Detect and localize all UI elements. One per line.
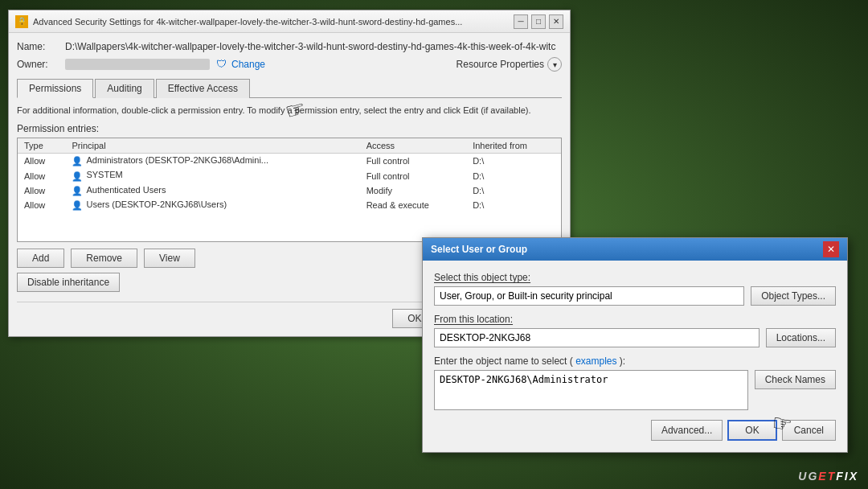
cell-access: Full control <box>360 154 466 169</box>
col-access: Access <box>360 138 466 154</box>
watermark-colored: ET <box>818 470 836 483</box>
table-row[interactable]: Allow👤Authenticated UsersModifyD:\ <box>18 183 561 198</box>
tab-auditing[interactable]: Auditing <box>95 79 154 98</box>
user-icon: 👤 <box>72 155 83 166</box>
name-input-wrapper <box>434 370 748 410</box>
object-type-label: Select this object type: <box>434 272 836 283</box>
select-user-dialog: Select User or Group ✕ Select this objec… <box>422 237 848 453</box>
tab-permissions[interactable]: Permissions <box>17 79 93 98</box>
change-label[interactable]: Change <box>231 59 265 70</box>
view-button[interactable]: View <box>144 249 195 268</box>
user-icon: 👤 <box>72 171 83 182</box>
window-icon: 🔒 <box>15 15 28 28</box>
from-location-label: From this location: <box>434 314 836 325</box>
dialog-titlebar: Select User or Group ✕ <box>423 238 847 261</box>
object-type-input[interactable] <box>434 286 744 306</box>
change-link[interactable]: 🛡 Change <box>216 58 265 71</box>
from-location-input[interactable] <box>434 328 760 347</box>
disable-inheritance-button[interactable]: Disable inheritance <box>17 273 120 292</box>
user-icon: 👤 <box>72 199 83 211</box>
watermark-prefix: UG <box>798 470 818 483</box>
object-type-row: Object Types... <box>434 286 836 306</box>
main-titlebar: 🔒 Advanced Security Settings for 4k-witc… <box>9 10 570 33</box>
col-principal: Principal <box>65 138 359 154</box>
table-row[interactable]: Allow👤Administrators (DESKTOP-2NKGJ68\Ad… <box>18 154 561 169</box>
user-icon: 👤 <box>72 185 83 196</box>
tab-effective-access[interactable]: Effective Access <box>156 79 250 98</box>
tabs-row: Permissions Auditing Effective Access <box>17 78 562 98</box>
dialog-close-button[interactable]: ✕ <box>823 241 839 257</box>
check-names-button[interactable]: Check Names <box>755 370 836 389</box>
owner-label: Owner: <box>17 59 65 70</box>
cell-principal: 👤Administrators (DESKTOP-2NKGJ68\Admini.… <box>65 154 359 169</box>
minimize-button[interactable]: ─ <box>514 14 528 29</box>
name-row: Name: D:\Wallpapers\4k-witcher-wallpaper… <box>17 41 562 52</box>
cell-inherited: D:\ <box>466 168 561 183</box>
owner-row: Owner: 🛡 Change <box>17 58 265 71</box>
object-types-button[interactable]: Object Types... <box>751 286 836 306</box>
perm-entries-label: Permission entries: <box>17 123 562 134</box>
cell-type: Allow <box>18 154 65 169</box>
watermark: UGETFIX <box>798 470 858 483</box>
cell-access: Modify <box>360 183 466 198</box>
paren-close: ): <box>620 355 625 367</box>
cell-type: Allow <box>18 168 65 183</box>
cell-principal: 👤Authenticated Users <box>65 183 359 198</box>
name-label: Name: <box>17 41 65 52</box>
cell-type: Allow <box>18 183 65 198</box>
info-text: For additional information, double-click… <box>17 105 562 117</box>
add-button[interactable]: Add <box>17 249 64 268</box>
object-name-input[interactable] <box>434 370 748 410</box>
close-button[interactable]: ✕ <box>549 14 563 29</box>
permissions-table-wrapper: Type Principal Access Inherited from All… <box>17 138 562 242</box>
watermark-suffix: FIX <box>836 470 858 483</box>
dialog-cancel-button[interactable]: Cancel <box>782 420 836 441</box>
titlebar-buttons: ─ □ ✕ <box>514 14 563 29</box>
permissions-table: Type Principal Access Inherited from All… <box>18 138 561 212</box>
from-location-row: Locations... <box>434 328 836 347</box>
cell-inherited: D:\ <box>466 183 561 198</box>
name-value: D:\Wallpapers\4k-witcher-wallpaper-lovel… <box>65 41 562 52</box>
col-inherited: Inherited from <box>466 138 561 154</box>
shield-icon: 🛡 <box>216 58 229 71</box>
paren-open: ( <box>570 355 573 367</box>
tab-effective-access-label: Effective Access <box>168 83 238 94</box>
main-window-title: Advanced Security Settings for 4k-witche… <box>33 17 514 27</box>
maximize-button[interactable]: □ <box>531 14 546 29</box>
enter-name-label: Enter the object name to select ( exampl… <box>434 355 836 367</box>
examples-link[interactable]: examples <box>575 355 616 367</box>
dialog-content: Select this object type: Object Types...… <box>423 261 847 452</box>
table-row[interactable]: Allow👤Users (DESKTOP-2NKGJ68\Users)Read … <box>18 198 561 212</box>
locations-button[interactable]: Locations... <box>766 328 836 347</box>
resource-props-label: Resource Properties <box>457 59 544 70</box>
cell-access: Read & execute <box>360 198 466 212</box>
remove-button[interactable]: Remove <box>71 249 137 268</box>
col-type: Type <box>18 138 65 154</box>
chevron-down-icon: ▾ <box>547 57 562 72</box>
owner-value-bar <box>65 59 210 70</box>
name-input-row: Check Names <box>434 370 836 410</box>
cell-inherited: D:\ <box>466 198 561 212</box>
cell-access: Full control <box>360 168 466 183</box>
cell-type: Allow <box>18 198 65 212</box>
dialog-ok-button[interactable]: OK <box>727 420 776 441</box>
dialog-bottom-buttons: Advanced... OK Cancel <box>434 420 836 441</box>
tab-permissions-label: Permissions <box>29 83 81 94</box>
cell-inherited: D:\ <box>466 154 561 169</box>
advanced-button[interactable]: Advanced... <box>651 420 723 441</box>
cell-principal: 👤SYSTEM <box>65 168 359 183</box>
cell-principal: 👤Users (DESKTOP-2NKGJ68\Users) <box>65 198 359 212</box>
table-row[interactable]: Allow👤SYSTEMFull controlD:\ <box>18 168 561 183</box>
tab-auditing-label: Auditing <box>107 83 141 94</box>
resource-properties-button[interactable]: Resource Properties ▾ <box>457 57 562 72</box>
dialog-title: Select User or Group <box>431 244 823 255</box>
